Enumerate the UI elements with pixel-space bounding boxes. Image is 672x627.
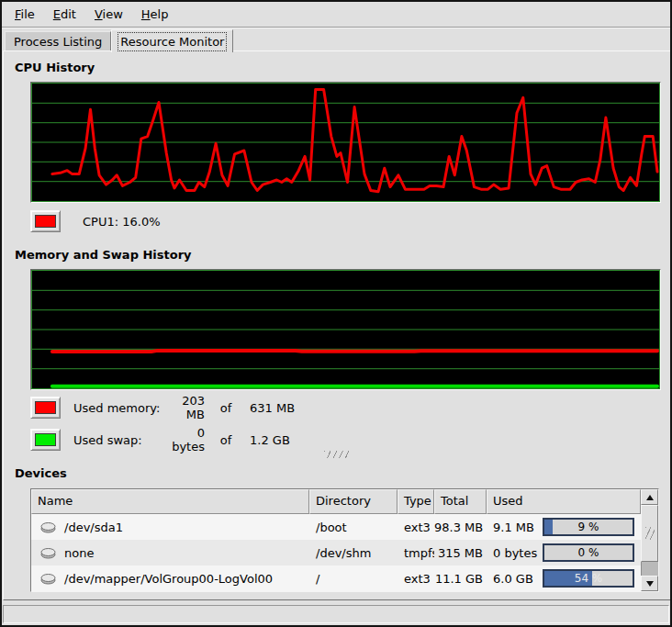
scrollbar-grip-icon [645, 527, 655, 540]
menu-file[interactable]: File [6, 4, 44, 25]
device-total: 11.1 GB [434, 572, 487, 586]
device-name: /dev/sda1 [64, 521, 123, 534]
memory-swap-chart-area [31, 270, 660, 389]
scrollbar-down-button[interactable] [641, 576, 658, 591]
device-directory: / [309, 572, 398, 586]
used-swap-label: Used swap: [73, 433, 162, 447]
menubar: File Edit View Help [2, 2, 670, 27]
resource-monitor-page: CPU History CPU1: 16.0% Memory and Swap … [3, 50, 672, 600]
device-row-sda1[interactable]: /dev/sda1 /boot ext3 98.3 MB 9.1 MB 9 % [31, 514, 641, 540]
usage-progressbar: 54 % [543, 569, 634, 588]
swap-total-value: 1.2 GB [250, 433, 290, 447]
used-swap-color-button[interactable] [30, 429, 61, 451]
device-type: ext3 [398, 572, 434, 586]
tab-process-listing[interactable]: Process Listing [5, 31, 111, 51]
status-bar [3, 605, 669, 623]
scrollbar-up-button[interactable] [641, 489, 658, 505]
tab-resource-monitor-label: Resource Monitor [120, 35, 224, 49]
memory-total-value: 631 MB [250, 401, 295, 415]
used-swap-color-swatch-icon [35, 433, 56, 446]
memory-swap-plot [32, 271, 659, 388]
harddisk-icon [40, 572, 56, 585]
column-header-type[interactable]: Type [398, 489, 434, 514]
menu-file-label: File [15, 7, 35, 21]
menu-edit-label: Edit [53, 7, 76, 21]
device-type: ext3 [398, 521, 434, 534]
tab-resource-monitor[interactable]: Resource Monitor [111, 29, 233, 52]
cpu-history-title: CPU History [15, 61, 95, 74]
column-header-directory[interactable]: Directory [309, 489, 398, 514]
device-used: 0 bytes [493, 546, 537, 560]
device-name: /dev/mapper/VolGroup00-LogVol00 [64, 572, 273, 586]
devices-scrollbar [641, 489, 658, 591]
arrow-up-icon [646, 495, 654, 500]
used-memory-color-swatch-icon [35, 401, 56, 414]
cpu1-legend-label: CPU1: 16.0% [83, 215, 161, 229]
menu-view-label: View [95, 7, 123, 21]
device-row-none[interactable]: none /dev/shm tmpfs 315 MB 0 bytes 0 % [31, 540, 641, 565]
device-directory: /boot [309, 521, 398, 534]
menu-view[interactable]: View [85, 4, 132, 25]
harddisk-icon [40, 521, 56, 533]
cpu-history-chart [30, 82, 661, 203]
devices-title: Devices [15, 466, 67, 480]
cpu-history-plot [32, 84, 659, 201]
scrollbar-thumb[interactable] [641, 505, 658, 562]
tab-strip: Process Listing Resource Monitor [2, 28, 670, 51]
device-used: 9.1 MB [493, 521, 534, 534]
used-memory-color-button[interactable] [30, 397, 61, 419]
menu-help-label: Help [141, 7, 169, 21]
column-header-total[interactable]: Total [434, 489, 487, 514]
usage-progressbar: 0 % [543, 543, 634, 562]
column-header-used[interactable]: Used [487, 489, 641, 514]
memory-swap-history-title: Memory and Swap History [15, 248, 192, 262]
memory-swap-history-chart [30, 269, 661, 390]
device-total: 315 MB [434, 546, 487, 560]
arrow-down-icon [646, 581, 654, 587]
pane-resize-grip[interactable] [324, 451, 352, 458]
devices-table: Name Directory Type Total Used /dev/sda1… [30, 488, 659, 592]
device-directory: /dev/shm [309, 546, 398, 560]
device-total: 98.3 MB [434, 521, 487, 534]
used-memory-label: Used memory: [73, 401, 162, 415]
scrollbar-trough[interactable] [641, 562, 658, 576]
usage-percent-label: 0 % [544, 545, 633, 560]
usage-progressbar: 9 % [543, 518, 634, 536]
cpu1-color-button[interactable] [30, 210, 61, 232]
harddisk-icon [40, 546, 56, 559]
usage-percent-label: 54 % [544, 571, 633, 586]
used-swap-value: 0 bytes [162, 426, 205, 453]
swap-legend-row: Used swap: 0 bytes of 1.2 GB [30, 428, 290, 452]
device-used: 6.0 GB [493, 572, 533, 586]
column-header-name[interactable]: Name [31, 489, 309, 514]
menu-edit[interactable]: Edit [44, 4, 85, 25]
usage-percent-label: 9 % [544, 520, 633, 534]
cpu-legend: CPU1: 16.0% [30, 209, 161, 233]
used-memory-of: of [216, 401, 236, 415]
cpu1-color-swatch-icon [35, 215, 56, 228]
device-type: tmpfs [398, 546, 434, 560]
menu-help[interactable]: Help [132, 4, 178, 25]
used-swap-of: of [216, 433, 236, 447]
devices-table-header: Name Directory Type Total Used [31, 489, 641, 514]
device-name: none [64, 546, 94, 560]
tab-process-listing-label: Process Listing [14, 35, 102, 49]
memory-legend-row: Used memory: 203 MB of 631 MB [30, 396, 295, 420]
used-memory-value: 203 MB [162, 394, 205, 421]
device-row-volgroup[interactable]: /dev/mapper/VolGroup00-LogVol00 / ext3 1… [31, 565, 641, 591]
system-monitor-window: File Edit View Help Process Listing Reso… [0, 0, 672, 627]
cpu-history-chart-area [31, 83, 660, 202]
